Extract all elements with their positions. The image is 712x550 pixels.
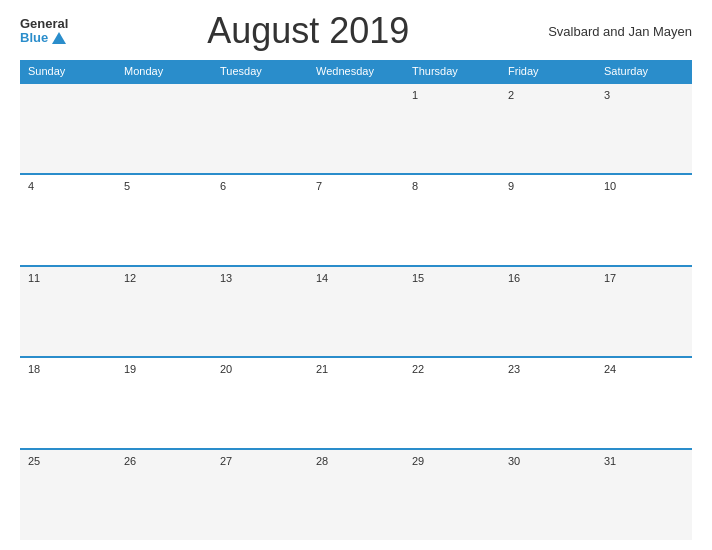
calendar-week-row: 123: [20, 83, 692, 174]
day-number: 19: [124, 363, 136, 375]
day-number: 12: [124, 272, 136, 284]
calendar-header: Sunday Monday Tuesday Wednesday Thursday…: [20, 60, 692, 83]
logo-blue-text: Blue: [20, 31, 48, 45]
calendar-body: 1234567891011121314151617181920212223242…: [20, 83, 692, 540]
calendar-cell: [116, 83, 212, 174]
calendar-cell: [20, 83, 116, 174]
day-number: 30: [508, 455, 520, 467]
calendar-week-row: 45678910: [20, 174, 692, 265]
day-number: 7: [316, 180, 322, 192]
day-number: 9: [508, 180, 514, 192]
calendar-cell: 14: [308, 266, 404, 357]
calendar-cell: 15: [404, 266, 500, 357]
calendar-week-row: 18192021222324: [20, 357, 692, 448]
day-number: 10: [604, 180, 616, 192]
day-number: 20: [220, 363, 232, 375]
calendar-cell: 6: [212, 174, 308, 265]
calendar-week-row: 25262728293031: [20, 449, 692, 540]
day-number: 13: [220, 272, 232, 284]
day-number: 31: [604, 455, 616, 467]
day-number: 1: [412, 89, 418, 101]
calendar-cell: 31: [596, 449, 692, 540]
calendar-table: Sunday Monday Tuesday Wednesday Thursday…: [20, 60, 692, 540]
calendar-cell: 1: [404, 83, 500, 174]
calendar-cell: 4: [20, 174, 116, 265]
logo: General Blue: [20, 17, 68, 46]
calendar-cell: 25: [20, 449, 116, 540]
calendar-cell: 10: [596, 174, 692, 265]
day-number: 11: [28, 272, 40, 284]
region-label: Svalbard and Jan Mayen: [548, 24, 692, 39]
calendar-cell: 16: [500, 266, 596, 357]
day-number: 23: [508, 363, 520, 375]
calendar-cell: 7: [308, 174, 404, 265]
calendar-week-row: 11121314151617: [20, 266, 692, 357]
calendar-cell: 3: [596, 83, 692, 174]
day-number: 5: [124, 180, 130, 192]
day-number: 14: [316, 272, 328, 284]
day-number: 15: [412, 272, 424, 284]
day-number: 17: [604, 272, 616, 284]
logo-triangle-icon: [52, 32, 66, 44]
page-header: General Blue August 2019 Svalbard and Ja…: [20, 10, 692, 52]
header-wednesday: Wednesday: [308, 60, 404, 83]
calendar-cell: [212, 83, 308, 174]
calendar-cell: 29: [404, 449, 500, 540]
day-number: 18: [28, 363, 40, 375]
header-sunday: Sunday: [20, 60, 116, 83]
header-tuesday: Tuesday: [212, 60, 308, 83]
calendar-cell: 27: [212, 449, 308, 540]
day-number: 2: [508, 89, 514, 101]
header-thursday: Thursday: [404, 60, 500, 83]
day-number: 16: [508, 272, 520, 284]
day-number: 27: [220, 455, 232, 467]
calendar-cell: 30: [500, 449, 596, 540]
day-number: 25: [28, 455, 40, 467]
calendar-cell: 23: [500, 357, 596, 448]
calendar-cell: 28: [308, 449, 404, 540]
weekday-header-row: Sunday Monday Tuesday Wednesday Thursday…: [20, 60, 692, 83]
day-number: 22: [412, 363, 424, 375]
calendar-cell: 12: [116, 266, 212, 357]
day-number: 8: [412, 180, 418, 192]
calendar-cell: 26: [116, 449, 212, 540]
day-number: 4: [28, 180, 34, 192]
day-number: 29: [412, 455, 424, 467]
calendar-cell: 17: [596, 266, 692, 357]
calendar-cell: 21: [308, 357, 404, 448]
calendar-cell: [308, 83, 404, 174]
calendar-cell: 13: [212, 266, 308, 357]
calendar-cell: 2: [500, 83, 596, 174]
logo-general-text: General: [20, 17, 68, 31]
calendar-cell: 22: [404, 357, 500, 448]
day-number: 3: [604, 89, 610, 101]
calendar-cell: 8: [404, 174, 500, 265]
day-number: 6: [220, 180, 226, 192]
calendar-cell: 19: [116, 357, 212, 448]
month-title: August 2019: [207, 10, 409, 52]
calendar-cell: 20: [212, 357, 308, 448]
header-saturday: Saturday: [596, 60, 692, 83]
day-number: 26: [124, 455, 136, 467]
day-number: 21: [316, 363, 328, 375]
calendar-cell: 18: [20, 357, 116, 448]
day-number: 24: [604, 363, 616, 375]
header-monday: Monday: [116, 60, 212, 83]
calendar-cell: 9: [500, 174, 596, 265]
calendar-cell: 24: [596, 357, 692, 448]
calendar-cell: 5: [116, 174, 212, 265]
calendar-cell: 11: [20, 266, 116, 357]
day-number: 28: [316, 455, 328, 467]
header-friday: Friday: [500, 60, 596, 83]
